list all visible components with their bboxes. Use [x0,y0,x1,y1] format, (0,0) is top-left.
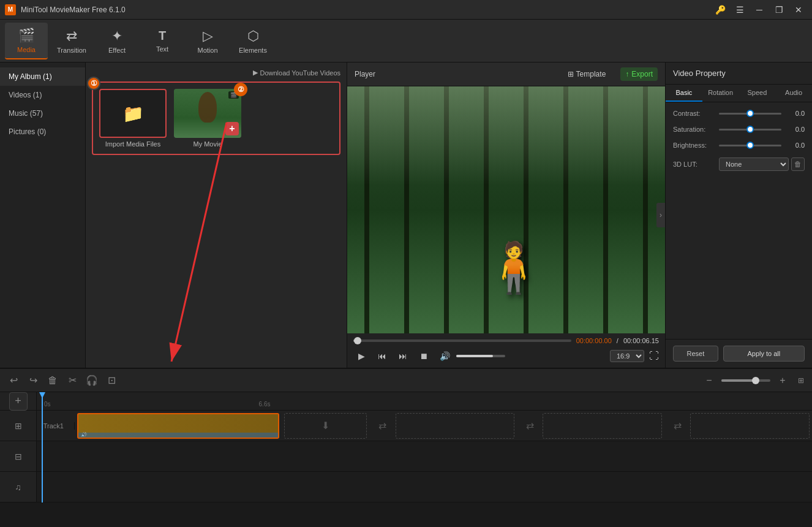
restore-button[interactable]: ❐ [770,3,788,17]
delete-button[interactable]: 🗑 [44,372,61,389]
brightness-slider-wrap: 0.0 [719,142,805,149]
template-icon: ⊞ [568,70,574,78]
brightness-slider[interactable] [719,145,781,146]
toolbar-text[interactable]: T Text [141,23,184,59]
sidebar-item-videos[interactable]: Videos (1) [0,86,85,104]
contrast-slider[interactable] [719,113,781,115]
player-title: Player [355,70,375,78]
fit-zoom-button[interactable]: ⊞ [795,372,807,389]
subtitle-track-icon: ⊟ [15,452,22,461]
sidebar-item-music[interactable]: Music (57) [0,104,85,123]
my-movie-thumbnail[interactable]: 🎬 + [174,89,241,138]
toolbar-transition[interactable]: ⇄ Transition [50,23,93,59]
media-toolbar: ▶ Download YouTube Videos [92,69,340,77]
timeline-placeholder-3[interactable] [543,413,662,439]
tab-rotation[interactable]: Rotation [702,85,739,102]
saturation-slider[interactable] [719,129,781,131]
timeline-placeholder-1[interactable]: ⬇ [284,413,367,439]
media-panel: ▶ Download YouTube Videos ① 📁 Import Med… [86,63,347,368]
import-media-button[interactable]: 📁 [99,89,167,138]
volume-button[interactable]: 🔊 [437,348,453,364]
menu-button[interactable]: ☰ [731,3,748,17]
timeline-placeholder-4[interactable] [690,413,810,439]
sidebar-item-pictures[interactable]: Pictures (0) [0,123,85,141]
video-property-panel: Video Property Basic Rotation Speed Audi… [665,63,812,368]
tab-basic[interactable]: Basic [666,85,702,102]
redo-button[interactable]: ↪ [24,372,42,389]
next-frame-button[interactable]: ⏭ [395,348,411,364]
lut-row: 3D LUT: None 🗑 [673,157,805,171]
transition-icon: ⇄ [66,28,77,44]
contrast-slider-wrap: 0.0 [719,110,805,117]
close-button[interactable]: ✕ [790,3,807,17]
detach-audio-button[interactable]: 🎧 [83,372,100,389]
sidebar-item-album[interactable]: My Album (1) [0,67,85,86]
import-media-item: 📁 Import Media Files [99,89,167,148]
zoom-fill [721,379,756,382]
video-track-row: Track1 🔊 [37,411,812,441]
progress-track[interactable] [353,339,571,342]
volume-area: 🔊 [437,348,505,364]
video-property-title: Video Property [666,63,812,85]
titlebar: M MiniTool MovieMaker Free 6.1.0 🔑 ☰ ─ ❐… [0,0,812,20]
property-tabs: Basic Rotation Speed Audio [666,85,812,102]
progress-thumb[interactable] [354,337,361,344]
zoom-slider[interactable] [721,379,770,382]
lut-delete-button[interactable]: 🗑 [791,157,805,171]
toolbar-motion[interactable]: ▷ Motion [186,23,229,59]
timeline-edit-tools: ↩ ↪ 🗑 ✂ 🎧 ⊡ [5,372,120,389]
toolbar-effect[interactable]: ✦ Effect [96,23,138,59]
export-button[interactable]: ↑ Export [620,67,658,81]
aspect-ratio-select[interactable]: 16:9 9:16 1:1 [610,350,644,362]
crop-button[interactable]: ⊡ [103,372,120,389]
brightness-thumb [746,142,754,149]
ruler-mark-0: 0s [44,401,51,408]
brightness-label: Brightness: [673,142,719,149]
right-controls: 16:9 9:16 1:1 ⛶ [610,350,659,362]
import-group: ① 📁 Import Media Files 🎬 [92,82,340,155]
volume-slider[interactable] [456,355,505,357]
reset-button[interactable]: Reset [673,346,718,362]
add-track-button[interactable]: + [9,392,28,411]
playhead-head [39,392,45,398]
subtitle-track-row [37,441,812,472]
video-preview: 🧍 [347,86,665,333]
toolbar-media[interactable]: 🎬 Media [5,23,48,59]
lut-select[interactable]: None [719,157,789,171]
play-button[interactable]: ▶ [353,348,369,364]
minimize-button[interactable]: ─ [751,3,768,17]
template-button[interactable]: ⊞ Template [563,67,611,81]
ruler-duration: 6.6s [259,401,271,408]
timeline-placeholder-2[interactable] [396,413,515,439]
timeline-arrow-2: ⇄ [517,413,543,439]
zoom-out-button[interactable]: − [701,372,718,389]
zoom-in-button[interactable]: + [774,372,791,389]
contrast-value: 0.0 [785,110,805,117]
tab-audio[interactable]: Audio [775,85,812,102]
light-overlay [347,86,665,185]
my-movie-label: My Movie [193,140,222,148]
contrast-row: Contrast: 0.0 [673,110,805,117]
apply-all-button[interactable]: Apply to all [723,346,805,362]
export-label: Export [631,70,653,78]
download-youtube-button[interactable]: ▶ Download YouTube Videos [253,69,341,77]
import-media-label: Import Media Files [105,140,160,148]
fullscreen-button[interactable]: ⛶ [649,351,659,362]
video-clip[interactable]: 🔊 [77,413,279,439]
transition-label: Transition [57,47,86,54]
player-header: Player ⊞ Template ↑ Export [347,63,665,86]
tab-speed[interactable]: Speed [739,85,776,102]
timeline-track-labels: + ⊞ ⊟ ♫ [0,392,37,502]
timeline: ↩ ↪ 🗑 ✂ 🎧 ⊡ − + ⊞ + ⊞ [0,368,812,502]
zoom-thumb [752,377,759,384]
cut-button[interactable]: ✂ [64,372,81,389]
prev-frame-button[interactable]: ⏮ [374,348,390,364]
add-to-timeline-button[interactable]: + [225,122,239,135]
stop-button[interactable]: ⏹ [416,348,432,364]
saturation-slider-wrap: 0.0 [719,126,805,133]
clip-audio-waveform: 🔊 [78,433,278,438]
media-label: Media [17,46,36,53]
undo-button[interactable]: ↩ [5,372,22,389]
collapse-panel-button[interactable]: › [656,203,665,227]
toolbar-elements[interactable]: ⬡ Elements [231,23,274,59]
